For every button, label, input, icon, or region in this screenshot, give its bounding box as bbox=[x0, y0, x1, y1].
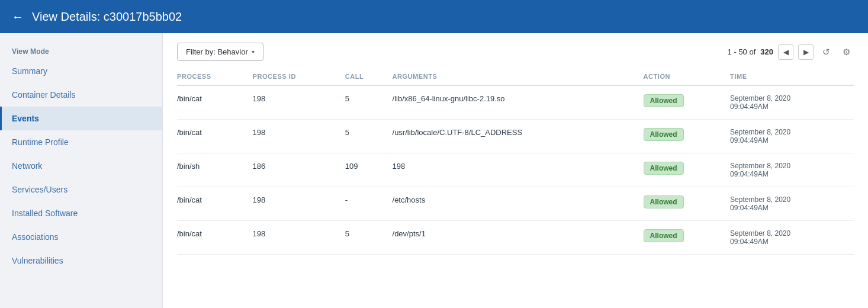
process-cell: /bin/cat bbox=[177, 221, 253, 255]
call-cell: 109 bbox=[345, 153, 393, 187]
time-cell: September 8, 202009:04:49AM bbox=[730, 221, 854, 255]
pagination-total: 320 bbox=[760, 47, 773, 56]
arguments-cell: /dev/pts/1 bbox=[393, 221, 644, 255]
process-id-cell: 198 bbox=[253, 221, 345, 255]
time-cell: September 8, 202009:04:49AM bbox=[730, 85, 854, 120]
sidebar-item-summary[interactable]: Summary bbox=[0, 59, 162, 83]
action-badge: Allowed bbox=[644, 162, 684, 175]
process-cell: /bin/cat bbox=[177, 187, 253, 221]
sidebar-section-label: View Mode bbox=[0, 39, 162, 59]
column-header-process-id: PROCESS ID bbox=[253, 68, 345, 85]
sidebar-item-container-details[interactable]: Container Details bbox=[0, 83, 162, 107]
process-id-cell: 198 bbox=[253, 187, 345, 221]
sidebar-item-events[interactable]: Events bbox=[0, 107, 162, 130]
process-cell: /bin/cat bbox=[177, 85, 253, 120]
time-hour: 09:04:49AM bbox=[730, 204, 847, 212]
column-header-call: CALL bbox=[345, 68, 393, 85]
action-cell: Allowed bbox=[644, 120, 731, 153]
process-id-cell: 198 bbox=[253, 85, 345, 120]
filter-button[interactable]: Filter by: Behavior ▾ bbox=[177, 43, 263, 61]
sidebar-item-installed-software[interactable]: Installed Software bbox=[0, 201, 162, 225]
table-row: /bin/sh186109198AllowedSeptember 8, 2020… bbox=[177, 153, 854, 187]
sidebar-item-services-users[interactable]: Services/Users bbox=[0, 178, 162, 201]
pagination-text: 1 - 50 of bbox=[728, 47, 756, 56]
prev-page-button[interactable]: ◀ bbox=[778, 44, 793, 60]
time-cell: September 8, 202009:04:49AM bbox=[730, 120, 854, 153]
toolbar: Filter by: Behavior ▾ 1 - 50 of 320 ◀ ▶ … bbox=[163, 33, 868, 68]
sidebar-item-runtime-profile[interactable]: Runtime Profile bbox=[0, 130, 162, 154]
arguments-cell: 198 bbox=[393, 153, 644, 187]
back-button[interactable]: ← bbox=[12, 10, 24, 24]
column-header-action: ACTION bbox=[644, 68, 731, 85]
action-badge: Allowed bbox=[644, 195, 684, 208]
column-header-process: PROCESS bbox=[177, 68, 253, 85]
action-cell: Allowed bbox=[644, 221, 731, 255]
process-id-cell: 186 bbox=[253, 153, 345, 187]
main-content: Filter by: Behavior ▾ 1 - 50 of 320 ◀ ▶ … bbox=[163, 33, 868, 308]
action-badge: Allowed bbox=[644, 229, 684, 242]
table-row: /bin/cat1985/dev/pts/1AllowedSeptember 8… bbox=[177, 221, 854, 255]
call-cell: 5 bbox=[345, 221, 393, 255]
events-table: PROCESSPROCESS IDCALLARGUMENTSACTIONTIME… bbox=[177, 68, 854, 255]
column-header-time: TIME bbox=[730, 68, 854, 85]
time-hour: 09:04:49AM bbox=[730, 102, 847, 111]
action-cell: Allowed bbox=[644, 187, 731, 221]
time-hour: 09:04:49AM bbox=[730, 238, 847, 246]
header: ← View Details: c30017b5bb02 bbox=[0, 0, 868, 33]
call-cell: - bbox=[345, 187, 393, 221]
action-cell: Allowed bbox=[644, 153, 731, 187]
arguments-cell: /etc/hosts bbox=[393, 187, 644, 221]
arguments-cell: /usr/lib/locale/C.UTF-8/LC_ADDRESS bbox=[393, 120, 644, 153]
process-id-cell: 198 bbox=[253, 120, 345, 153]
settings-button[interactable]: ⚙ bbox=[838, 44, 854, 60]
table-row: /bin/cat1985/usr/lib/locale/C.UTF-8/LC_A… bbox=[177, 120, 854, 153]
process-cell: /bin/sh bbox=[177, 153, 253, 187]
page-title: View Details: c30017b5bb02 bbox=[32, 10, 182, 24]
time-date: September 8, 2020 bbox=[730, 94, 847, 102]
time-date: September 8, 2020 bbox=[730, 229, 847, 238]
time-hour: 09:04:49AM bbox=[730, 136, 847, 145]
next-page-button[interactable]: ▶ bbox=[798, 44, 814, 60]
time-date: September 8, 2020 bbox=[730, 162, 847, 170]
time-cell: September 8, 202009:04:49AM bbox=[730, 153, 854, 187]
time-date: September 8, 2020 bbox=[730, 128, 847, 136]
table-row: /bin/cat198-/etc/hostsAllowedSeptember 8… bbox=[177, 187, 854, 221]
sidebar-item-associations[interactable]: Associations bbox=[0, 225, 162, 249]
pagination: 1 - 50 of 320 ◀ ▶ ↺ ⚙ bbox=[728, 44, 854, 60]
action-badge: Allowed bbox=[644, 128, 684, 141]
time-cell: September 8, 202009:04:49AM bbox=[730, 187, 854, 221]
table-row: /bin/cat1985/lib/x86_64-linux-gnu/libc-2… bbox=[177, 85, 854, 120]
column-header-arguments: ARGUMENTS bbox=[393, 68, 644, 85]
call-cell: 5 bbox=[345, 120, 393, 153]
refresh-button[interactable]: ↺ bbox=[818, 44, 834, 60]
action-cell: Allowed bbox=[644, 85, 731, 120]
time-date: September 8, 2020 bbox=[730, 195, 847, 204]
arguments-cell: /lib/x86_64-linux-gnu/libc-2.19.so bbox=[393, 85, 644, 120]
events-table-container: PROCESSPROCESS IDCALLARGUMENTSACTIONTIME… bbox=[163, 68, 868, 308]
filter-label: Filter by: Behavior bbox=[186, 47, 248, 56]
call-cell: 5 bbox=[345, 85, 393, 120]
action-badge: Allowed bbox=[644, 94, 684, 107]
body-layout: View Mode SummaryContainer DetailsEvents… bbox=[0, 33, 868, 308]
chevron-down-icon: ▾ bbox=[252, 49, 255, 55]
process-cell: /bin/cat bbox=[177, 120, 253, 153]
sidebar: View Mode SummaryContainer DetailsEvents… bbox=[0, 33, 163, 308]
sidebar-item-vulnerabilities[interactable]: Vulnerabilities bbox=[0, 249, 162, 272]
time-hour: 09:04:49AM bbox=[730, 170, 847, 178]
sidebar-item-network[interactable]: Network bbox=[0, 154, 162, 178]
